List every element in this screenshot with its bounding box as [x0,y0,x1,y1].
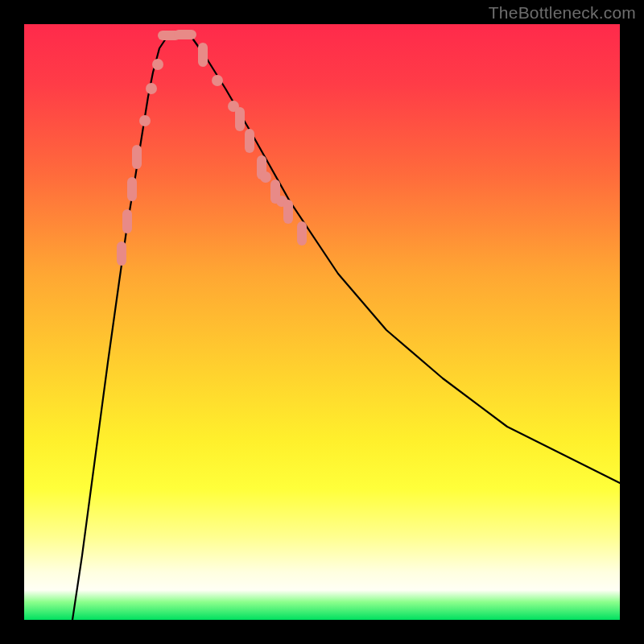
data-marker [270,180,280,204]
data-marker [146,83,157,94]
watermark-text: TheBottleneck.com [489,3,636,23]
bottleneck-curve-path [72,34,620,620]
data-marker [152,59,163,70]
plot-area [24,24,620,620]
curve-layer [24,24,620,620]
data-marker [198,43,208,67]
data-marker [117,242,126,266]
data-marker [235,107,245,131]
chart-frame: TheBottleneck.com [0,0,644,644]
data-marker [297,221,307,246]
data-marker [139,115,151,126]
bottleneck-curve [72,34,620,620]
data-marker [132,145,142,169]
data-marker [174,30,196,39]
data-marker [260,171,271,183]
data-marker [127,177,137,201]
data-marker [212,75,223,86]
data-marker [283,200,293,224]
data-marker [245,129,254,153]
data-marker [122,209,132,233]
